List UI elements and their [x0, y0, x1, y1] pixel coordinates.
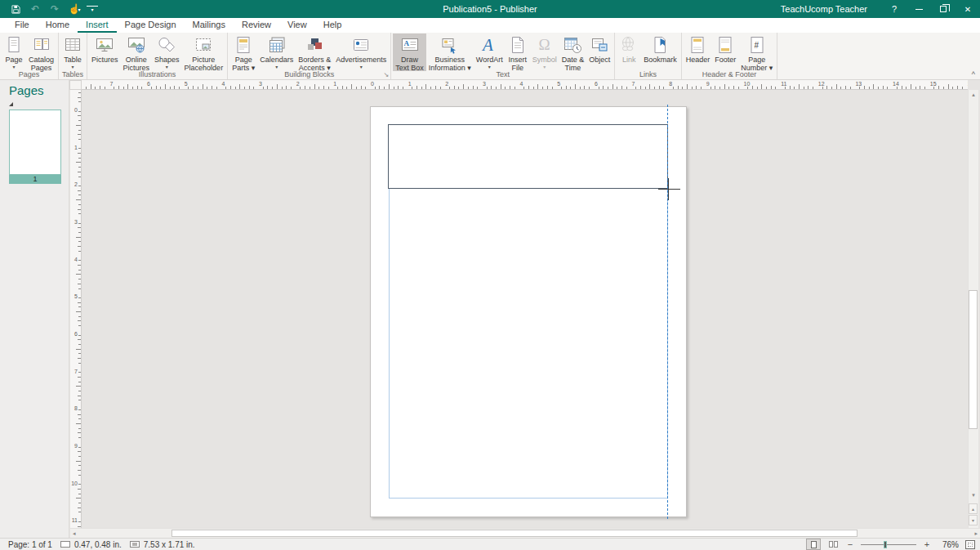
horizontal-scrollbar-thumb[interactable]: [172, 530, 858, 537]
zoom-slider[interactable]: [861, 540, 916, 549]
ruler-tick: [225, 87, 226, 89]
ruler-tick: [212, 86, 212, 89]
tab-view[interactable]: View: [279, 18, 315, 33]
two-page-spread-view-button[interactable]: [826, 539, 840, 549]
ruler-tick: [78, 92, 81, 93]
restore-button[interactable]: [931, 0, 956, 18]
insert-file-button[interactable]: InsertFile: [506, 34, 530, 71]
ruler-number: 12: [818, 81, 825, 87]
page-thumbnail[interactable]: 1: [9, 110, 61, 184]
object-size-icon: [130, 541, 140, 548]
dialog-launcher-icon[interactable]: ↘: [384, 71, 390, 78]
ruler-tick: [692, 87, 693, 89]
pictures-button[interactable]: Pictures: [89, 34, 121, 71]
vertical-ruler[interactable]: 01234567891011: [70, 90, 82, 528]
ruler-tick: [86, 87, 87, 89]
tab-help[interactable]: Help: [315, 18, 350, 33]
zoom-out-button[interactable]: −: [846, 539, 854, 549]
fit-page-icon[interactable]: [965, 540, 975, 549]
close-button[interactable]: ✕: [956, 0, 980, 18]
ruler-tick: [477, 87, 478, 89]
footer-button[interactable]: Footer: [712, 34, 738, 71]
ruler-origin-box[interactable]: [69, 80, 82, 90]
online-pictures-button[interactable]: OnlinePictures: [121, 34, 153, 71]
date-time-button[interactable]: Date &Time: [559, 34, 587, 71]
horizontal-scrollbar[interactable]: ◂ ▸: [70, 528, 980, 538]
vertical-scrollbar-thumb[interactable]: [969, 290, 978, 429]
draw-text-box-button[interactable]: ADrawText Box: [393, 34, 426, 71]
scroll-up-icon[interactable]: ▴: [969, 92, 978, 98]
tab-insert[interactable]: Insert: [78, 18, 117, 33]
ruler-tick: [76, 162, 81, 163]
wordart-button[interactable]: AWordArt▾: [474, 34, 506, 71]
scroll-left-icon[interactable]: ◂: [73, 530, 76, 537]
tab-page-design[interactable]: Page Design: [117, 18, 185, 33]
ruler-tick: [78, 325, 81, 326]
customize-qat-icon[interactable]: ▾: [87, 6, 98, 12]
object-position[interactable]: 0.47, 0.48 in.: [60, 540, 122, 549]
business-information-button[interactable]: BusinessInformation ▾: [426, 34, 474, 71]
ruler-tick: [249, 86, 250, 89]
symbol-button[interactable]: ΩSymbol▾: [530, 34, 559, 71]
collapse-ribbon-icon[interactable]: ^: [972, 70, 975, 78]
page-parts-button[interactable]: PageParts ▾: [229, 34, 257, 71]
ruler-tick: [78, 484, 81, 485]
tab-home[interactable]: Home: [38, 18, 78, 33]
object-button[interactable]: Object: [586, 34, 612, 71]
previous-page-button[interactable]: ▴: [969, 503, 978, 514]
publication-canvas[interactable]: [82, 90, 968, 528]
ruler-tick: [957, 86, 958, 89]
ruler-tick: [328, 87, 329, 89]
redo-icon[interactable]: ↷: [46, 1, 64, 17]
zoom-level[interactable]: 76%: [938, 540, 959, 549]
ribbon-group-pages: Page▾CatalogPagesPages: [0, 33, 59, 79]
scroll-right-icon[interactable]: ▸: [974, 530, 978, 537]
touch-mouse-mode-icon[interactable]: ☝▾: [65, 1, 83, 17]
ruler-tick: [282, 87, 283, 89]
zoom-slider-thumb[interactable]: [884, 541, 887, 548]
object-size[interactable]: 7.53 x 1.71 in.: [130, 540, 195, 549]
minimize-button[interactable]: [906, 0, 931, 18]
text-box-being-drawn[interactable]: [388, 124, 668, 189]
link-button[interactable]: Link: [617, 34, 641, 71]
ruler-tick: [132, 87, 133, 89]
advertisements-button[interactable]: Advertisements▾: [333, 34, 389, 71]
ruler-tick: [78, 111, 81, 112]
pages-panel-collapse-icon[interactable]: [9, 102, 13, 106]
ruler-tick: [76, 498, 81, 499]
catalog-pages-button[interactable]: CatalogPages: [26, 34, 56, 71]
ruler-tick: [673, 87, 674, 89]
header-button[interactable]: Header: [684, 34, 713, 71]
ruler-number: 5: [557, 81, 560, 87]
scroll-down-icon[interactable]: ▾: [969, 492, 978, 499]
horizontal-ruler[interactable]: 7654321012345678910111213141516: [82, 80, 968, 90]
page-thumbnail-label[interactable]: 1: [9, 175, 61, 184]
tab-mailings[interactable]: Mailings: [185, 18, 234, 33]
zoom-in-button[interactable]: +: [923, 539, 931, 549]
ruler-tick: [389, 84, 390, 89]
page-button[interactable]: Page▾: [2, 34, 26, 71]
ruler-tick: [198, 87, 198, 89]
tab-review[interactable]: Review: [234, 18, 279, 33]
tab-file[interactable]: File: [7, 18, 38, 33]
calendars-button[interactable]: Calendars▾: [257, 34, 296, 71]
save-icon[interactable]: [7, 1, 24, 17]
borders-accents-button[interactable]: Borders &Accents ▾: [296, 34, 333, 71]
ruler-tick: [561, 87, 562, 89]
account-name[interactable]: TeachUcomp Teacher: [781, 4, 867, 14]
undo-icon[interactable]: ↶: [26, 1, 44, 17]
page-number-button[interactable]: #PageNumber ▾: [738, 34, 775, 71]
ribbon-tabs: FileHomeInsertPage DesignMailingsReviewV…: [0, 18, 980, 33]
shapes-button[interactable]: Shapes▾: [152, 34, 182, 71]
table-button[interactable]: Table▾: [60, 34, 85, 71]
ruler-tick: [78, 409, 81, 410]
next-page-button[interactable]: ▾: [969, 515, 978, 525]
picture-placeholder-button[interactable]: PicturePlaceholder: [182, 34, 226, 71]
page-thumbnail-preview[interactable]: [9, 110, 61, 175]
picture-placeholder-label: Picture: [192, 56, 215, 64]
symbol-label: Symbol: [532, 56, 557, 64]
bookmark-button[interactable]: Bookmark: [641, 34, 679, 71]
single-page-view-button[interactable]: [807, 539, 820, 549]
help-icon[interactable]: ?: [882, 4, 906, 14]
page-indicator[interactable]: Page: 1 of 1: [8, 540, 52, 549]
